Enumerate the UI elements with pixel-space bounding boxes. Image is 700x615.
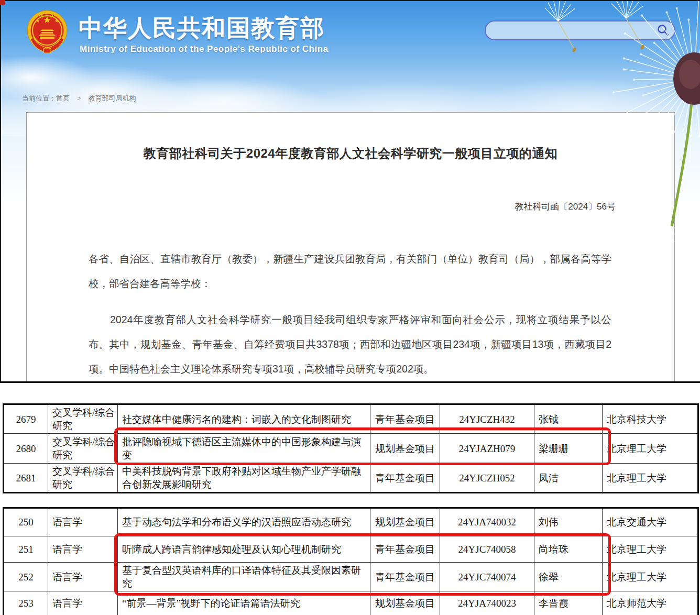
cell-discipline: 交叉学科/综合研究: [48, 404, 118, 434]
table-row: 2681交叉学科/综合研究中美科技脱钩背景下政府补贴对区域生物产业产学研融合创新…: [4, 464, 698, 493]
cell-discipline: 语言学: [48, 508, 118, 536]
notice-title: 教育部社科司关于2024年度教育部人文社会科学研究一般项目立项的通知: [27, 145, 674, 162]
cell-university: 北京理工大学: [603, 536, 698, 563]
cell-title: 中美科技脱钩背景下政府补贴对区域生物产业产学研融合创新发展影响研究: [118, 464, 370, 493]
site-subtitle: Ministry of Education of the People's Re…: [80, 44, 329, 54]
cell-title: 听障成人跨语言韵律感知处理及认知心理机制研究: [118, 536, 370, 563]
cell-title: 批评隐喻视域下德语区主流媒体中的中国形象构建与演变: [118, 434, 370, 464]
cell-leader: 梁珊珊: [534, 434, 603, 464]
search-button[interactable]: [657, 24, 670, 37]
notice-body: 2024年度教育部人文社会科学研究一般项目经我司组织专家严格评审和面向社会公示，…: [89, 308, 611, 381]
table-row: 250语言学基于动态句法学和分布语义学的汉语照应语动态研究规划基金项目24YJA…: [4, 508, 698, 536]
cell-project-no: 24YJAZH079: [440, 434, 534, 464]
cell-leader: 李晋霞: [534, 591, 603, 615]
cell-university: 北京师范大学: [603, 591, 698, 615]
table-row: 2680交叉学科/综合研究批评隐喻视域下德语区主流媒体中的中国形象构建与演变规划…: [4, 434, 698, 464]
table-row: 253语言学“前景—背景”视野下的论证语篇语法研究规划基金项目24YJA7400…: [4, 591, 698, 615]
cell-leader: 凤洁: [534, 464, 603, 493]
cell-project-no: 24YJCZH432: [440, 404, 534, 434]
table-row: 2679交叉学科/综合研究社交媒体中健康污名的建构：词嵌入的文化制图研究青年基金…: [4, 404, 698, 434]
cell-title: “前景—背景”视野下的论证语篇语法研究: [118, 591, 370, 615]
section-divider: [0, 381, 700, 383]
page-corner-mark: [0, 0, 5, 5]
national-emblem-logo: [24, 8, 70, 58]
breadcrumb-separator: >: [77, 94, 81, 102]
page-top-edge: [0, 0, 700, 1]
cell-discipline: 语言学: [48, 536, 118, 563]
cell-fund-type: 规划基金项目: [370, 591, 440, 615]
cell-fund-type: 规划基金项目: [370, 508, 440, 536]
cell-university: 北京科技大学: [603, 404, 698, 434]
breadcrumb: 当前位置：首页>教育部司局机构: [22, 94, 136, 103]
cell-project-no: 24YJA740032: [440, 508, 534, 536]
search-input[interactable]: [493, 23, 652, 38]
cell-discipline: 交叉学科/综合研究: [48, 464, 118, 493]
cell-title: 基于复合型汉英语料库的口译语体特征及其受限因素研究: [118, 563, 370, 591]
notice-doc-number: 教社科司函〔2024〕56号: [515, 201, 616, 213]
cell-university: 北京理工大学: [603, 464, 698, 493]
cell-no: 252: [4, 563, 48, 591]
cell-project-no: 24YJC740058: [440, 536, 534, 563]
cell-leader: 张钺: [534, 404, 603, 434]
cell-discipline: 交叉学科/综合研究: [48, 434, 118, 464]
cell-title: 基于动态句法学和分布语义学的汉语照应语动态研究: [118, 508, 370, 536]
breadcrumb-link-home[interactable]: 首页: [56, 94, 70, 102]
notice-panel: 教育部社科司关于2024年度教育部人文社会科学研究一般项目立项的通知 教社科司函…: [26, 112, 675, 382]
cell-fund-type: 规划基金项目: [370, 434, 440, 464]
cell-fund-type: 青年基金项目: [370, 404, 440, 434]
cell-leader: 徐翠: [534, 563, 603, 591]
cell-discipline: 语言学: [48, 563, 118, 591]
cell-title: 社交媒体中健康污名的建构：词嵌入的文化制图研究: [118, 404, 370, 434]
cell-no: 251: [4, 536, 48, 563]
cell-project-no: 24YJCZH052: [440, 464, 534, 493]
cell-university: 北京理工大学: [603, 434, 698, 464]
cell-fund-type: 青年基金项目: [370, 536, 440, 563]
cell-no: 2681: [4, 464, 48, 493]
search-bar[interactable]: [485, 20, 675, 40]
cell-university: 北京理工大学: [603, 563, 698, 591]
project-table-2: 250语言学基于动态句法学和分布语义学的汉语照应语动态研究规划基金项目24YJA…: [3, 507, 697, 615]
cell-no: 2680: [4, 434, 48, 464]
table-row: 251语言学听障成人跨语言韵律感知处理及认知心理机制研究青年基金项目24YJC7…: [4, 536, 698, 563]
breadcrumb-link-section[interactable]: 教育部司局机构: [89, 94, 136, 102]
cell-no: 250: [4, 508, 48, 536]
notice-salutation: 各省、自治区、直辖市教育厅（教委），新疆生产建设兵团教育局，有关部门（单位）教育…: [89, 247, 611, 296]
cell-leader: 刘伟: [534, 508, 603, 536]
search-icon: [657, 24, 670, 37]
cell-no: 253: [4, 591, 48, 615]
national-emblem-icon: [24, 8, 70, 58]
site-title: 中华人民共和国教育部: [79, 13, 325, 44]
cell-university: 北京交通大学: [603, 508, 698, 536]
cell-fund-type: 青年基金项目: [370, 464, 440, 493]
cell-fund-type: 青年基金项目: [370, 563, 440, 591]
project-table-1: 2679交叉学科/综合研究社交媒体中健康污名的建构：词嵌入的文化制图研究青年基金…: [3, 403, 697, 493]
breadcrumb-label: 当前位置：: [22, 94, 56, 102]
cell-no: 2679: [4, 404, 48, 434]
cell-leader: 尚培珠: [534, 536, 603, 563]
cell-project-no: 24YJC740074: [440, 563, 534, 591]
cell-project-no: 24YJA740023: [440, 591, 534, 615]
table-row: 252语言学基于复合型汉英语料库的口译语体特征及其受限因素研究青年基金项目24Y…: [4, 563, 698, 591]
cell-discipline: 语言学: [48, 591, 118, 615]
page-left-edge: [0, 0, 1, 382]
